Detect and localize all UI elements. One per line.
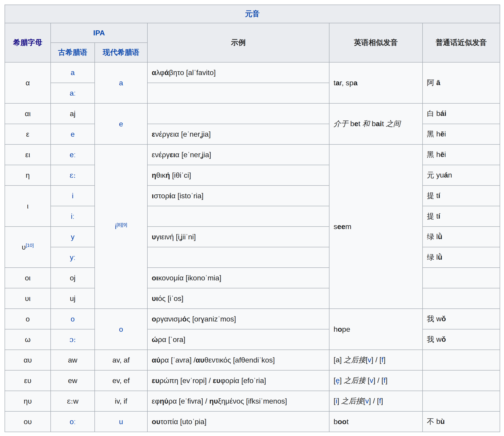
modern-ipa-cell: av, af (95, 350, 147, 370)
text-segment: ee (337, 222, 345, 231)
greek-letter-cell: ο (5, 309, 51, 329)
text-segment: [ (368, 376, 370, 384)
text-segment: n (448, 171, 452, 179)
wiki-link[interactable]: v (365, 397, 369, 405)
text-segment: [ (363, 397, 365, 405)
ipa-header-link[interactable]: IPA (93, 29, 105, 37)
text-segment: ει (25, 151, 30, 159)
header-english: 英语相似发音 (329, 23, 423, 62)
text-segment: ι (27, 202, 28, 210)
wiki-link[interactable]: iː (71, 212, 75, 220)
modern-ipa-cell: e (95, 103, 147, 145)
ancient-ipa-cell: e (51, 124, 95, 145)
text-segment: α (152, 68, 156, 77)
greek-letter-cell: ι (5, 185, 51, 227)
text-segment: 绿 l (427, 233, 438, 241)
text-segment: 提 t (427, 191, 438, 200)
wiki-link[interactable]: i (115, 222, 117, 231)
text-segment: ηυ (24, 397, 32, 405)
text-segment: aj (70, 109, 75, 118)
wiki-link[interactable]: e̞ (336, 376, 340, 384)
ancient-ipa-cell: yː (51, 247, 95, 268)
text-segment: r, sp (340, 79, 353, 87)
wiki-link[interactable]: o (71, 315, 75, 323)
wiki-link[interactable]: f (384, 376, 386, 384)
text-segment: b (333, 418, 338, 426)
table-row-11: οιojοικονομία [ikonoˈmia] (5, 268, 500, 288)
vowel-title-link[interactable]: 元音 (245, 9, 260, 18)
wiki-link[interactable]: ɛː (70, 171, 76, 180)
wiki-link[interactable]: u (119, 418, 123, 426)
table-row-12: υιujυιός [iˈos] (5, 288, 500, 309)
text-segment: w (73, 397, 79, 405)
modern-greek-header-link[interactable]: 现代希腊语 (103, 48, 139, 56)
text-segment: 之后接 (341, 397, 363, 405)
reference-link[interactable]: [8] (117, 222, 122, 227)
text-segment: [ (333, 376, 336, 384)
text-segment: s (333, 222, 337, 231)
wiki-link[interactable]: i (72, 192, 73, 200)
example-cell: ώρα [ˈora] (147, 329, 329, 350)
vowel-table-body: αaaαλφάβητο [alˈfavito]tar, spa阿 āaːαιaj… (5, 62, 500, 432)
wiki-link[interactable]: o (119, 325, 123, 333)
text-segment: 白 b (427, 109, 440, 118)
reference-link[interactable]: [9] (122, 222, 127, 227)
header-modern-greek: 现代希腊语 (95, 43, 147, 62)
wiki-link[interactable]: e (71, 130, 75, 138)
wiki-link[interactable]: eː (70, 151, 76, 159)
wiki-link[interactable]: e (119, 120, 123, 128)
vowel-table-container: 元音 希腊字母 IPA 示例 英语相似发音 普通话近似发音 古希腊语 现代希腊语… (5, 5, 500, 432)
wiki-link[interactable]: a (71, 68, 75, 77)
wiki-link[interactable]: oː (70, 418, 76, 426)
example-cell: αλφάβητο [alˈfavito] (147, 62, 329, 83)
text-segment: oj (70, 274, 75, 282)
text-segment: ρα [ˈora] (158, 335, 185, 344)
example-cell: ενέργεια [eˈnerʝia] (147, 124, 329, 145)
mandarin-cell: 黑 hēi (423, 145, 500, 165)
wiki-link[interactable]: ɔː (69, 335, 76, 344)
text-segment: εφ (152, 397, 160, 405)
text-segment: ή (165, 171, 170, 179)
text-segment: h (333, 325, 338, 333)
greek-letter-header-link[interactable]: 希腊字母 (13, 38, 42, 46)
text-segment: ] / [ (369, 397, 379, 405)
text-segment: ai (376, 119, 382, 128)
table-row-1: αaaαλφάβητο [alˈfavito]tar, spa阿 ā (5, 62, 500, 83)
text-segment: 我 w (427, 315, 441, 323)
ancient-ipa-cell: aː (51, 83, 95, 103)
mandarin-cell: 绿 lǜ (423, 227, 500, 247)
text-segment: υι (152, 294, 158, 302)
greek-letter-cell: ευ (5, 370, 51, 391)
wiki-link[interactable]: aː (70, 89, 76, 97)
wiki-link[interactable]: v (370, 376, 373, 384)
greek-letter-cell: η (5, 165, 51, 185)
wiki-link[interactable]: y (71, 233, 75, 241)
text-segment: η (26, 171, 30, 179)
modern-ipa-cell: o (95, 309, 147, 350)
text-segment: αυ (24, 356, 32, 364)
text-segment: ενέργ (152, 151, 170, 159)
table-row-18: ουoːuουτοπία [utoˈpia]boot不 bù (5, 411, 500, 432)
wiki-link[interactable]: yː (70, 253, 75, 262)
wiki-link[interactable]: a (119, 79, 123, 87)
example-cell: οικονομία [ikonoˈmia] (147, 268, 329, 288)
text-segment: α [eˈnerʝia] (175, 151, 211, 159)
ancient-greek-header-link[interactable]: 古希腊语 (58, 48, 87, 56)
english-cell: [i] 之后接[v] / [f] (329, 391, 423, 411)
text-segment: pe (342, 325, 350, 333)
text-segment: ] (340, 376, 344, 384)
mandarin-cell: 提 tí (423, 185, 500, 206)
text-segment: ό (182, 315, 187, 323)
wiki-link[interactable]: f (379, 397, 381, 405)
wiki-link[interactable]: v (368, 356, 371, 364)
ancient-ipa-cell: ew (51, 370, 95, 391)
mandarin-header-label: 普通话近似发音 (436, 38, 487, 46)
text-segment: ι (152, 192, 154, 200)
text-segment: á (444, 171, 448, 179)
reference-link[interactable]: [10] (26, 243, 34, 248)
text-segment: uj (70, 294, 75, 302)
wiki-link[interactable]: f (381, 356, 384, 364)
text-segment: i (444, 130, 446, 138)
text-segment: í (438, 212, 440, 220)
wiki-link[interactable]: i (336, 397, 337, 405)
